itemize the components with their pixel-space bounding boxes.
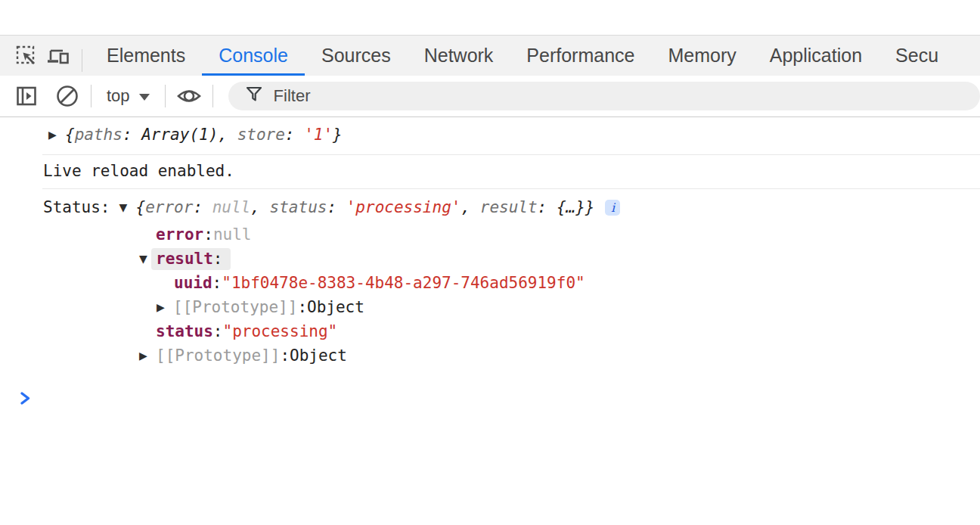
tab-elements[interactable]: Elements [90,36,202,76]
live-expression-button[interactable] [173,81,205,111]
property-name: uuid [174,274,212,292]
console-message-status: Status: ▼ {error: null, status: 'process… [42,189,980,374]
filter-input[interactable] [274,86,501,106]
tab-security[interactable]: Secu [879,36,955,76]
property-value: "processing" [223,322,338,340]
inspect-element-button[interactable] [11,41,42,71]
context-label: top [107,86,130,106]
disclosure-triangle-collapsed-icon[interactable]: ▶ [139,350,150,361]
property-name: [[Prototype]] [173,298,297,316]
inspect-cursor-icon [15,45,38,67]
clear-console-button[interactable] [51,81,83,111]
console-toolbar: top [0,76,980,117]
disclosure-triangle-expanded-icon[interactable]: ▼ [139,253,150,264]
device-toolbar-button[interactable] [42,41,74,71]
console-prompt-icon [19,392,32,410]
tab-sources[interactable]: Sources [305,36,408,76]
property-name: status [156,322,213,340]
tab-application[interactable]: Application [753,36,879,76]
disclosure-triangle-collapsed-icon[interactable]: ▶ [157,302,167,312]
eye-icon [176,85,202,107]
property-name: result [156,250,213,268]
page-content-above-devtools [0,0,980,35]
object-preview-text: {error: null, status: 'processing', resu… [136,198,595,216]
property-value: Object [307,298,364,316]
toolbar-divider [165,85,166,107]
tab-console[interactable]: Console [202,36,305,76]
property-value: Object [290,346,347,365]
tab-performance[interactable]: Performance [510,36,651,76]
execution-context-selector[interactable]: top [99,86,157,106]
info-badge-icon[interactable]: i [605,200,620,216]
console-filter[interactable] [228,82,980,110]
property-row-uuid: uuid: "1bf0478e-8383-4b48-a297-746ad5691… [42,271,980,295]
console-message-live-reload: Live reload enabled. [42,155,980,189]
tabbar-tools [0,36,90,76]
devtools-tabs: Elements Console Sources Network Perform… [90,36,955,76]
disclosure-triangle-collapsed-icon[interactable]: ▶ [48,129,59,140]
log-label: Status: [43,198,110,216]
property-value: "1bf0478e-8383-4b48-a297-746ad56919f0" [222,274,585,292]
toolbar-divider [212,85,213,107]
tab-memory[interactable]: Memory [651,36,752,76]
log-text: Live reload enabled. [43,162,234,180]
tab-network[interactable]: Network [408,36,510,76]
toolbar-divider [91,85,91,107]
filter-funnel-icon [245,85,263,107]
property-row-prototype-inner[interactable]: ▶ [[Prototype]]: Object [42,295,980,319]
toolbar-divider [82,49,82,72]
console-prompt[interactable] [0,374,980,410]
console-message-object-preview: ▶ {paths: Array(1), store: '1'} [42,117,980,155]
device-toolbar-icon [46,45,70,67]
property-value: null [213,225,252,244]
selected-property-highlight: result: [151,248,231,270]
property-row-error: error: null [42,222,980,247]
console-sidebar-icon [15,85,38,107]
object-preview-text: {paths: Array(1), store: '1'} [65,126,343,144]
property-name: error [156,225,203,244]
chevron-down-icon [139,94,150,101]
property-row-status: status: "processing" [42,319,980,343]
console-sidebar-button[interactable] [11,81,42,111]
devtools-tabbar: Elements Console Sources Network Perform… [0,35,980,76]
property-row-result[interactable]: ▼ result: [42,247,980,271]
property-name: [[Prototype]] [156,346,280,365]
clear-console-icon [55,84,79,108]
property-row-prototype-outer[interactable]: ▶ [[Prototype]]: Object [42,343,980,368]
console-output: ▶ {paths: Array(1), store: '1'} Live rel… [0,117,980,410]
disclosure-triangle-expanded-icon[interactable]: ▼ [119,202,130,213]
